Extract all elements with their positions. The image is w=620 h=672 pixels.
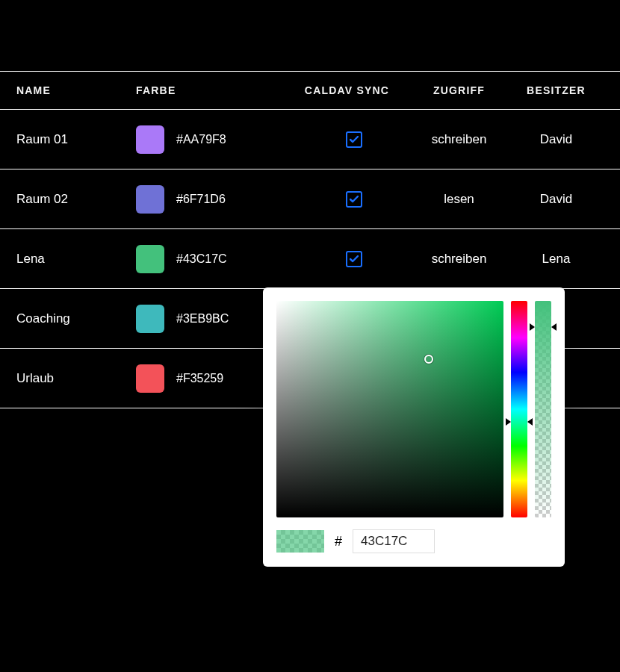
- sv-cursor[interactable]: [424, 355, 433, 364]
- cell-name: Urlaub: [16, 371, 136, 386]
- color-swatch[interactable]: [136, 185, 164, 214]
- cell-sync: [289, 251, 405, 267]
- table-row: Raum 02 #6F71D6 lesen David: [0, 169, 620, 229]
- color-hex-label: #3EB9BC: [176, 312, 229, 326]
- hue-slider-handle-right[interactable]: [527, 418, 533, 426]
- edit-button[interactable]: [616, 187, 620, 211]
- color-swatch[interactable]: [136, 125, 164, 154]
- hex-hash-label: #: [335, 534, 342, 550]
- cell-color: #43C17C: [136, 245, 289, 273]
- color-swatch[interactable]: [136, 245, 164, 273]
- color-swatch[interactable]: [136, 364, 164, 393]
- caldav-sync-checkbox[interactable]: [346, 191, 362, 208]
- cell-name: Lena: [16, 252, 136, 267]
- hex-input[interactable]: [353, 529, 435, 553]
- col-header-sync: CALDAV SYNC: [289, 84, 405, 96]
- hue-slider[interactable]: [511, 301, 527, 517]
- saturation-value-area[interactable]: [276, 301, 503, 517]
- edit-button[interactable]: [616, 128, 620, 151]
- edit-button[interactable]: [616, 247, 620, 270]
- col-header-owner: BESITZER: [513, 84, 599, 96]
- cell-access: schreiben: [405, 132, 513, 147]
- hue-slider-handle-left[interactable]: [506, 418, 511, 426]
- cell-owner: Lena: [513, 252, 599, 267]
- color-swatch[interactable]: [136, 305, 164, 333]
- col-header-color: FARBE: [136, 84, 289, 96]
- alpha-slider[interactable]: [535, 301, 551, 517]
- col-header-access: ZUGRIFF: [405, 84, 513, 96]
- cell-name: Coaching: [16, 311, 136, 326]
- color-hex-label: #F35259: [176, 372, 223, 385]
- cell-color: #AA79F8: [136, 125, 289, 154]
- cell-access: lesen: [405, 192, 513, 207]
- cell-color: #6F71D6: [136, 185, 289, 214]
- table-row: Raum 01 #AA79F8 schreiben David: [0, 110, 620, 169]
- color-hex-label: #6F71D6: [176, 193, 226, 206]
- cell-owner: David: [513, 132, 599, 147]
- edit-button[interactable]: [616, 367, 620, 390]
- cell-owner: David: [513, 192, 599, 207]
- caldav-sync-checkbox[interactable]: [346, 131, 362, 148]
- col-header-name: NAME: [16, 84, 136, 96]
- color-hex-label: #AA79F8: [176, 133, 226, 146]
- color-picker-panel: #: [263, 287, 565, 567]
- color-hex-label: #43C17C: [176, 252, 227, 266]
- cell-name: Raum 02: [16, 192, 136, 207]
- cell-sync: [289, 131, 405, 148]
- alpha-slider-handle-left[interactable]: [530, 323, 535, 331]
- cell-access: schreiben: [405, 252, 513, 267]
- color-preview-swatch: [276, 530, 324, 553]
- cell-name: Raum 01: [16, 132, 136, 147]
- caldav-sync-checkbox[interactable]: [346, 251, 362, 267]
- table-row: Lena #43C17C schreiben Lena: [0, 229, 620, 289]
- alpha-slider-handle-right[interactable]: [551, 323, 557, 331]
- table-header-row: NAME FARBE CALDAV SYNC ZUGRIFF BESITZER: [0, 71, 620, 110]
- edit-button[interactable]: [616, 307, 620, 330]
- cell-sync: [289, 191, 405, 208]
